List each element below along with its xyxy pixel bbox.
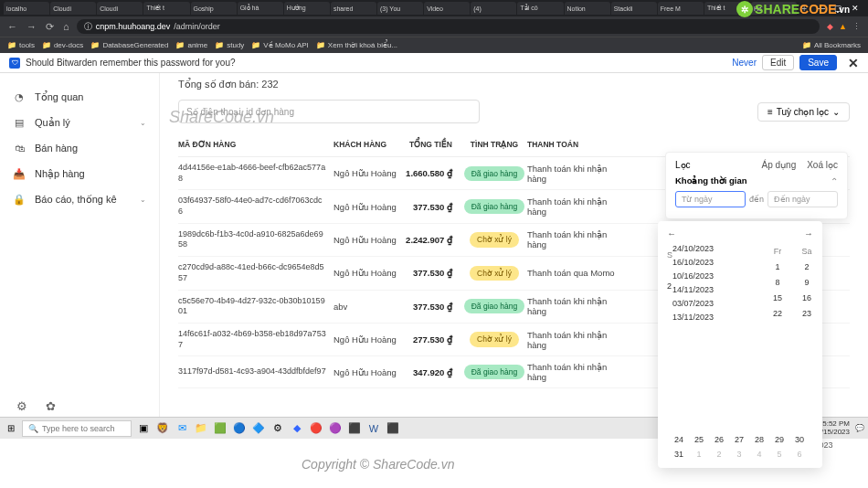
forward-icon[interactable]: →	[26, 21, 37, 33]
app-icon[interactable]: 🔴	[308, 420, 324, 437]
bookmark-item[interactable]: 📁Về MoMo API	[251, 41, 308, 49]
browser-tab[interactable]: Stackli	[611, 2, 657, 15]
calendar-day[interactable]: 2	[667, 281, 672, 291]
calendar-day[interactable]: 3	[729, 450, 749, 459]
app-icon[interactable]: 🔵	[231, 420, 248, 437]
search-input[interactable]: ShareCode.vn Số điện thoại, id đơn hàng	[178, 100, 480, 123]
sidebar-item[interactable]: 🛍Bán hàng	[0, 135, 159, 161]
calendar-day[interactable]: 15	[767, 293, 788, 302]
reload-icon[interactable]: ⟳	[46, 21, 54, 33]
extension-icons[interactable]: ◆ ▲ ⋮	[827, 22, 861, 31]
app-icon[interactable]: W	[365, 420, 382, 437]
calendar-day[interactable]: 4	[749, 450, 769, 459]
browser-tab[interactable]: Giỏ hà	[238, 2, 283, 15]
app-icon[interactable]: ◆	[289, 420, 305, 437]
th-total: TỔNG TIỀN	[402, 140, 461, 149]
app-icon[interactable]: 📁	[193, 420, 209, 437]
back-icon[interactable]: ←	[7, 21, 17, 33]
never-link[interactable]: Never	[732, 58, 757, 68]
sidebar-icon: 📥	[13, 167, 26, 180]
calendar-day[interactable]: 30	[789, 435, 810, 444]
app-icon[interactable]: ▣	[135, 420, 152, 437]
home-icon[interactable]: ⌂	[63, 21, 69, 33]
edit-button[interactable]: Edit	[762, 55, 794, 70]
prev-month-icon[interactable]: ←	[667, 228, 676, 239]
chevron-up-icon[interactable]: ⌃	[831, 176, 838, 186]
browser-tab[interactable]: Hướng	[284, 2, 330, 15]
sidebar-item[interactable]: 📥Nhập hàng	[0, 161, 159, 186]
url-input[interactable]: ⓘ cnpm.huuhoang.dev/admin/order	[77, 19, 820, 34]
taskbar-search[interactable]: 🔍 Type here to search	[22, 420, 132, 437]
app-icon[interactable]: 🔷	[250, 420, 267, 437]
browser-tab[interactable]: Goship	[191, 2, 237, 15]
sliders-icon[interactable]: ⚙	[16, 399, 27, 413]
ext-icon[interactable]: ⋮	[852, 22, 861, 31]
browser-tab[interactable]: Notion	[565, 2, 610, 15]
app-icon[interactable]: ⬛	[346, 420, 363, 437]
calendar-day[interactable]: 22	[767, 309, 788, 318]
sidebar-item[interactable]: 🔒Báo cáo, thống kê⌄	[0, 186, 159, 212]
browser-tab[interactable]: shared	[331, 2, 376, 15]
browser-tab[interactable]: Tải cô	[517, 2, 563, 15]
browser-tab[interactable]: (4)	[471, 2, 516, 15]
calendar-day[interactable]: 26	[709, 435, 729, 444]
app-icon[interactable]: 🦁	[154, 420, 171, 437]
sidebar-item[interactable]: ◔Tổng quan	[0, 84, 159, 110]
browser-tab[interactable]: localhо	[4, 2, 49, 15]
close-icon[interactable]: ✕	[852, 4, 859, 13]
save-button[interactable]: Save	[799, 55, 837, 70]
bookmark-item[interactable]: 📁All Bookmarks	[802, 41, 861, 49]
ext-icon[interactable]: ◆	[827, 22, 833, 31]
browser-tab[interactable]: Free M	[658, 2, 704, 15]
calendar-day[interactable]: 5	[769, 450, 789, 459]
calendar-day[interactable]: 25	[689, 435, 709, 444]
browser-tab[interactable]: Thiết t	[143, 2, 189, 15]
weekday-label: Fr	[767, 247, 788, 256]
to-date-input[interactable]: Đến ngày	[767, 191, 838, 207]
calendar-day[interactable]: 2	[797, 262, 817, 271]
browser-tab[interactable]: (3) You	[377, 2, 423, 15]
app-icon[interactable]: 🟩	[212, 420, 228, 437]
calendar-day[interactable]: 2	[709, 450, 729, 459]
browser-tab[interactable]: Video	[424, 2, 470, 15]
close-icon[interactable]: ✕	[848, 56, 859, 70]
browser-tab[interactable]: Cloudi	[97, 2, 143, 15]
calendar-day[interactable]: 6	[789, 450, 810, 459]
from-date-input[interactable]: Từ ngày	[675, 191, 746, 207]
clear-link[interactable]: Xoá lọc	[807, 160, 838, 170]
calendar-day[interactable]: 16	[797, 293, 817, 302]
calendar-day[interactable]: 1	[767, 262, 788, 271]
apply-link[interactable]: Áp dụng	[762, 160, 797, 170]
sidebar-label: Quản lý	[35, 117, 70, 129]
start-button[interactable]: ⊞	[4, 421, 18, 436]
ext-icon[interactable]: ▲	[839, 22, 847, 31]
payment-method: Thanh toán khi nhận hàng	[527, 229, 628, 249]
notification-icon[interactable]: 💬	[855, 424, 864, 432]
calendar-day[interactable]: 24	[669, 435, 689, 444]
browser-tab[interactable]: Cloudi	[50, 2, 96, 15]
calendar-day[interactable]: 28	[749, 435, 769, 444]
calendar-day[interactable]: 31	[669, 450, 689, 459]
app-icon[interactable]: 🟣	[327, 420, 344, 437]
calendar-day[interactable]: 23	[797, 309, 817, 318]
next-month-icon[interactable]: →	[804, 228, 813, 239]
bookmark-item[interactable]: 📁Xem thời khoá biểu...	[316, 41, 397, 49]
sidebar-item[interactable]: ▤Quản lý⌄	[0, 110, 159, 135]
bookmark-item[interactable]: 📁anime	[175, 41, 207, 49]
filter-button[interactable]: ≡ Tuỳ chọn lọc ⌄	[757, 102, 850, 122]
bookmark-item[interactable]: 📁DatabaseGenerated	[90, 41, 168, 49]
app-icon[interactable]: ⬛	[385, 420, 401, 437]
taskbar-apps[interactable]: ▣ 🦁 ✉ 📁 🟩 🔵 🔷 ⚙ ◆ 🔴 🟣 ⬛ W ⬛	[135, 420, 401, 437]
app-icon[interactable]: ✉	[174, 420, 190, 437]
calendar-day[interactable]: 1	[689, 450, 709, 459]
settings-icon[interactable]: ✿	[46, 399, 56, 413]
calendar-day[interactable]: 8	[767, 278, 788, 287]
bookmark-item[interactable]: 📁dev-docs	[42, 41, 83, 49]
bookmark-item[interactable]: 📁tools	[7, 41, 35, 49]
app-icon[interactable]: ⚙	[270, 420, 286, 437]
calendar-day[interactable]: 29	[769, 435, 789, 444]
calendar-day[interactable]: 9	[797, 278, 817, 287]
calendar-day[interactable]: 27	[729, 435, 749, 444]
bookmark-item[interactable]: 📁study	[215, 41, 244, 49]
bitwarden-msg: Should Bitwarden remember this password …	[26, 58, 236, 68]
